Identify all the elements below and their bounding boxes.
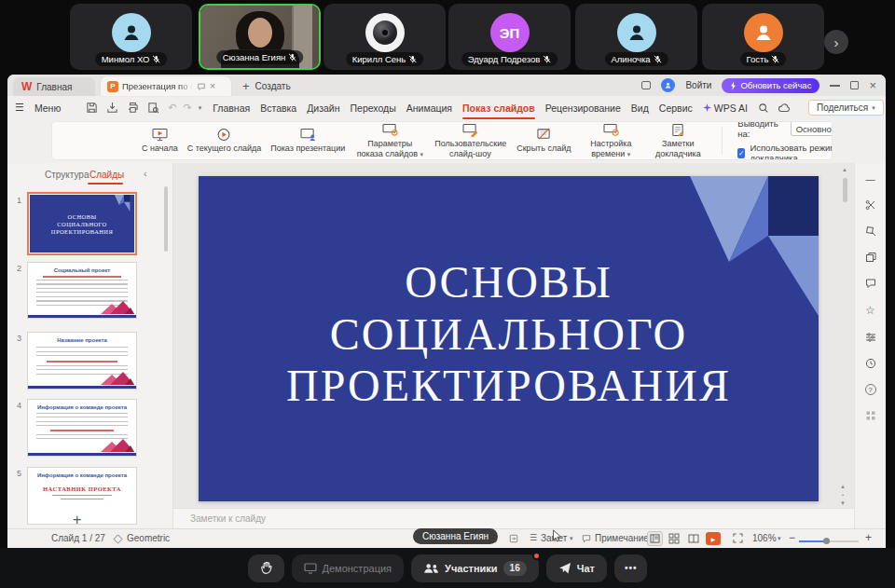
current-slide[interactable]: ОСНОВЫ СОЦИАЛЬНОГО ПРОЕКТИРОВАНИЯ — [199, 176, 819, 501]
collapse-rail-icon[interactable]: — — [866, 174, 875, 185]
rehearse-timing-button[interactable]: Настройка времени ▾ — [582, 123, 640, 158]
tab-home[interactable]: W Главная — [13, 77, 95, 96]
menu-button[interactable]: Меню — [34, 103, 61, 114]
raise-hand-button[interactable] — [248, 554, 284, 582]
design-tools-icon[interactable] — [865, 226, 876, 237]
participant-name-badge: Эдуард Подрезов — [461, 52, 558, 66]
more-actions-button[interactable]: ••• — [614, 554, 648, 582]
add-slide-button[interactable]: + — [73, 512, 81, 528]
slide-sorter-view-button[interactable] — [668, 533, 680, 544]
cloud-sync-icon[interactable] — [778, 103, 791, 113]
zoom-level[interactable]: 106% — [752, 533, 777, 543]
update-now-button[interactable]: Обновить сейчас — [722, 78, 819, 93]
chevron-down-icon[interactable]: ▾ — [199, 104, 202, 112]
next-participants-button[interactable]: › — [824, 30, 848, 54]
from-current-slide-button[interactable]: С текущего слайда — [187, 128, 262, 153]
share-button[interactable]: Поделиться ▾ — [808, 100, 884, 116]
slide-nav-buttons[interactable]: ▲ • ▼ — [840, 484, 846, 506]
menu-item-wps-ai[interactable]: WPS AI — [703, 103, 748, 114]
participant-name: Гость — [747, 54, 769, 64]
canvas-scrollbar[interactable] — [843, 178, 847, 202]
close-button[interactable]: × — [869, 79, 876, 91]
from-start-button[interactable]: С начала — [142, 128, 178, 153]
slide-thumbnail-4[interactable]: Информация о команде проекта — [27, 399, 137, 457]
minimize-button[interactable] — [830, 85, 840, 87]
print-preview-icon[interactable] — [147, 102, 159, 114]
favorites-icon[interactable]: ☆ — [865, 304, 875, 317]
scroll-up-icon[interactable]: ▲ — [842, 167, 847, 172]
screen-share-button[interactable]: Демонстрация — [292, 554, 405, 582]
smart-tools-icon[interactable] — [865, 199, 876, 211]
comment-panel-icon[interactable] — [865, 278, 876, 289]
show-presentation-button[interactable]: Показ презентации — [270, 128, 345, 153]
collapse-panel-icon[interactable]: ‹ — [144, 168, 147, 179]
menu-item-slideshow-active[interactable]: Показ слайдов — [462, 103, 535, 114]
layers-icon[interactable] — [865, 252, 876, 263]
chevron-down-icon[interactable]: ▾ — [778, 535, 781, 542]
slide-thumbnail-2[interactable]: Социальный проект — [27, 262, 137, 319]
window-manage-icon[interactable] — [641, 81, 651, 89]
tab-document-active[interactable]: P Презентация по Социальн × — [101, 76, 231, 96]
settings-sliders-icon[interactable] — [865, 332, 876, 343]
participant-tile[interactable]: Минмол ХО — [70, 4, 192, 70]
reading-view-button[interactable] — [688, 533, 699, 544]
chat-button[interactable]: Чат — [546, 554, 607, 582]
search-icon[interactable] — [758, 103, 769, 114]
participant-tile[interactable]: Кирилл Сень — [324, 4, 446, 70]
menu-item-view[interactable]: Вид — [631, 103, 649, 114]
custom-slideshow-button[interactable]: Пользовательские слайд-шоу — [434, 123, 505, 158]
slideshow-play-button[interactable]: ▶ — [706, 532, 721, 545]
menu-item-tools[interactable]: Сервис — [659, 103, 693, 114]
tab-document-label: Презентация по Социальн — [122, 81, 193, 91]
participant-tile[interactable]: Алиночка — [575, 4, 697, 70]
notes-lines-icon[interactable]: ☰ — [530, 533, 537, 542]
presenter-mode-checkbox[interactable]: ✓ — [737, 148, 745, 158]
slide-thumbnail-1-selected[interactable]: ОСНОВЫ СОЦИАЛЬНОГО ПРОЕКТИРОВАНИЯ — [27, 192, 137, 255]
normal-view-button-active[interactable] — [647, 531, 663, 546]
undo-icon[interactable]: ↶ — [168, 102, 176, 114]
panel-scrollbar[interactable] — [164, 186, 168, 252]
account-avatar[interactable] — [661, 78, 675, 92]
save-icon[interactable] — [86, 102, 98, 114]
new-tab-button[interactable]: + Создать — [242, 77, 291, 94]
restore-button[interactable] — [850, 81, 859, 89]
speaker-notes-button[interactable]: Заметки докладчика — [649, 123, 707, 158]
tab-slides-active[interactable]: Слайды — [90, 170, 124, 180]
close-tab-icon[interactable]: × — [210, 81, 215, 91]
redo-icon[interactable]: ↷ — [183, 102, 191, 114]
login-button[interactable]: Войти — [685, 80, 711, 90]
history-icon[interactable] — [865, 358, 876, 369]
export-icon[interactable] — [106, 102, 118, 114]
fullscreen-icon[interactable] — [733, 533, 743, 543]
zoom-in-button[interactable]: + — [865, 531, 872, 544]
participant-tile[interactable]: ЭП Эдуард Подрезов — [448, 4, 571, 70]
slide-thumbnail-5[interactable]: Информация о команде проекта НАСТАВНИК П… — [27, 467, 137, 525]
menu-item-home[interactable]: Главная — [213, 103, 250, 114]
participants-button[interactable]: Участники 16 — [411, 554, 539, 582]
zoom-out-button[interactable]: − — [789, 531, 795, 544]
menu-item-insert[interactable]: Вставка — [260, 103, 296, 114]
zoom-slider[interactable] — [799, 540, 859, 542]
print-icon[interactable] — [127, 102, 139, 114]
notes-area[interactable]: Заметки к слайду — [173, 508, 854, 528]
menu-item-transitions[interactable]: Переходы — [351, 103, 396, 114]
menu-item-design[interactable]: Дизайн — [307, 103, 339, 114]
slideshow-options-button[interactable]: Параметры показа слайдов ▾ — [354, 123, 425, 158]
participant-tile[interactable]: Гость — [702, 4, 824, 70]
comment-button[interactable]: Примечание — [595, 533, 649, 543]
theme-name[interactable]: Geometric — [127, 533, 170, 543]
mode-switch-icon[interactable] — [509, 534, 518, 543]
menu-item-review[interactable]: Рецензирование — [545, 103, 621, 114]
slide-thumbnail-3[interactable]: Название проекта — [27, 332, 137, 390]
display-target-select[interactable]: Основно... ▾ — [791, 121, 833, 136]
comment-bubble-icon[interactable] — [197, 82, 206, 91]
hamburger-icon[interactable]: ☰ — [15, 102, 24, 114]
comment-icon[interactable] — [582, 534, 591, 543]
tab-structure[interactable]: Структура — [45, 170, 89, 180]
apps-grid-icon[interactable] — [865, 410, 876, 421]
chevron-down-icon[interactable]: ▾ — [570, 535, 573, 542]
menu-item-animation[interactable]: Анимация — [406, 103, 452, 114]
help-icon[interactable]: ? — [865, 384, 876, 395]
hide-slide-button[interactable]: Скрыть слайд — [515, 128, 572, 153]
participant-tile-speaking[interactable]: Сюзанна Егиян — [199, 4, 321, 70]
